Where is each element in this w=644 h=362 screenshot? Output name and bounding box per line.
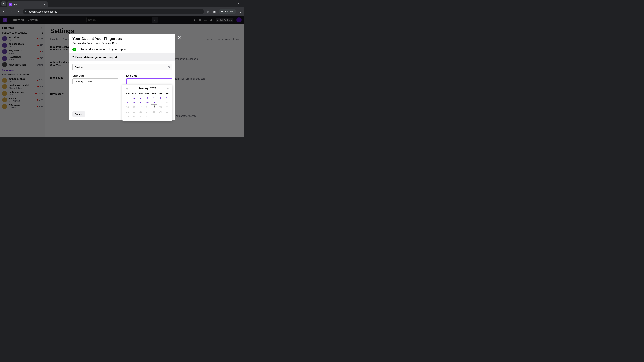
start-date-label: Start Date bbox=[72, 74, 118, 77]
panel-icon[interactable]: ▣ bbox=[212, 10, 216, 13]
calendar-day[interactable]: 1 bbox=[131, 95, 137, 100]
calendar-day: 23 bbox=[138, 110, 144, 114]
tab-list-dropdown[interactable]: ▾ bbox=[1, 1, 6, 6]
calendar-day: 21 bbox=[124, 110, 131, 114]
calendar-day[interactable]: 8 bbox=[131, 100, 137, 105]
calendar-day: 29 bbox=[131, 114, 137, 119]
calendar-day[interactable]: 9 bbox=[138, 100, 144, 105]
window-close-icon[interactable]: ✕ bbox=[236, 1, 241, 6]
calendar-dow: Fri bbox=[157, 91, 164, 95]
back-button[interactable]: ← bbox=[2, 10, 6, 13]
modal-step-2: 2. Select date range for your report bbox=[69, 53, 176, 61]
calendar-dow: Sat bbox=[164, 91, 170, 95]
calendar-day: 24 bbox=[144, 110, 150, 114]
calendar-day[interactable]: 2 bbox=[138, 95, 144, 100]
calendar-day[interactable]: 10 bbox=[144, 100, 150, 105]
calendar-day[interactable]: 11 bbox=[151, 100, 157, 105]
site-info-icon[interactable]: ⊶ bbox=[25, 10, 28, 13]
reload-button[interactable]: ⟳ bbox=[16, 10, 20, 13]
calendar-dow: Sun bbox=[124, 91, 131, 95]
date-range-select[interactable]: Custom ⇅ bbox=[72, 64, 172, 70]
forward-button[interactable]: → bbox=[9, 10, 14, 13]
address-bar[interactable]: ⊶ twitch.tv/settings/security bbox=[23, 9, 204, 14]
modal-subtitle: Download a Copy of Your Personal Data bbox=[72, 41, 172, 44]
calendar-day[interactable]: 6 bbox=[164, 95, 170, 100]
calendar-day: 13 bbox=[164, 100, 170, 105]
modal-step-1[interactable]: ✓ 1. Select data to include in your repo… bbox=[69, 47, 176, 53]
select-value: Custom bbox=[75, 66, 83, 68]
browser-tab[interactable]: t Twitch × bbox=[8, 1, 48, 7]
calendar-day[interactable]: 7 bbox=[124, 100, 131, 105]
calendar-prev-icon[interactable]: ◀ bbox=[126, 87, 128, 90]
start-date-input[interactable] bbox=[72, 78, 118, 84]
calendar-day: 16 bbox=[138, 105, 144, 109]
tab-title: Twitch bbox=[13, 3, 42, 6]
calendar-day: 17 bbox=[144, 105, 150, 109]
new-tab-button[interactable]: + bbox=[49, 1, 54, 6]
modal-title: Your Data at Your Fingertips bbox=[72, 36, 172, 41]
bookmark-icon[interactable]: ☆ bbox=[206, 10, 210, 13]
menu-icon[interactable]: ⋮ bbox=[238, 10, 242, 13]
url-text: twitch.tv/settings/security bbox=[29, 10, 57, 13]
modal-close-button[interactable]: ✕ bbox=[178, 35, 181, 40]
calendar-day: 30 bbox=[138, 114, 144, 119]
calendar-day: 20 bbox=[164, 105, 170, 109]
calendar-day: 19 bbox=[157, 105, 164, 109]
cancel-button[interactable]: Cancel bbox=[72, 111, 85, 117]
calendar-dow: Tue bbox=[138, 91, 144, 95]
incognito-icon: 🕶 bbox=[221, 10, 223, 13]
window-minimize-icon[interactable]: ─ bbox=[220, 1, 225, 6]
chevron-updown-icon: ⇅ bbox=[168, 66, 170, 68]
incognito-badge: 🕶 Incognito bbox=[219, 9, 236, 14]
calendar-next-icon[interactable]: ▶ bbox=[166, 87, 169, 90]
end-date-input[interactable] bbox=[126, 78, 172, 84]
calendar-day: 28 bbox=[124, 114, 131, 119]
calendar-day: 27 bbox=[164, 110, 170, 114]
calendar-day: 26 bbox=[157, 110, 164, 114]
calendar-dow: Wed bbox=[144, 91, 150, 95]
calendar-day[interactable]: 3 bbox=[144, 95, 150, 100]
calendar-day: 22 bbox=[131, 110, 137, 114]
calendar-day: 15 bbox=[131, 105, 137, 109]
tab-close-icon[interactable]: × bbox=[43, 3, 46, 6]
end-date-label: End Date bbox=[126, 74, 172, 77]
date-picker-calendar: ◀ January 2024 ▶ SunMonTueWedThuFriSat12… bbox=[122, 85, 172, 121]
calendar-day: 18 bbox=[151, 105, 157, 109]
calendar-day[interactable]: 4 bbox=[151, 95, 157, 100]
check-icon: ✓ bbox=[72, 48, 76, 51]
twitch-favicon: t bbox=[9, 3, 12, 6]
window-maximize-icon[interactable]: ▢ bbox=[228, 1, 233, 6]
calendar-day: 25 bbox=[151, 110, 157, 114]
calendar-day: 12 bbox=[157, 100, 164, 105]
calendar-year[interactable]: 2024 bbox=[150, 87, 156, 90]
calendar-dow: Mon bbox=[131, 91, 137, 95]
calendar-day: 14 bbox=[124, 105, 131, 109]
calendar-dow: Thu bbox=[151, 91, 157, 95]
calendar-day: 31 bbox=[144, 114, 150, 119]
calendar-day[interactable]: 5 bbox=[157, 95, 164, 100]
text-cursor bbox=[128, 80, 128, 83]
calendar-month[interactable]: January bbox=[138, 87, 148, 90]
